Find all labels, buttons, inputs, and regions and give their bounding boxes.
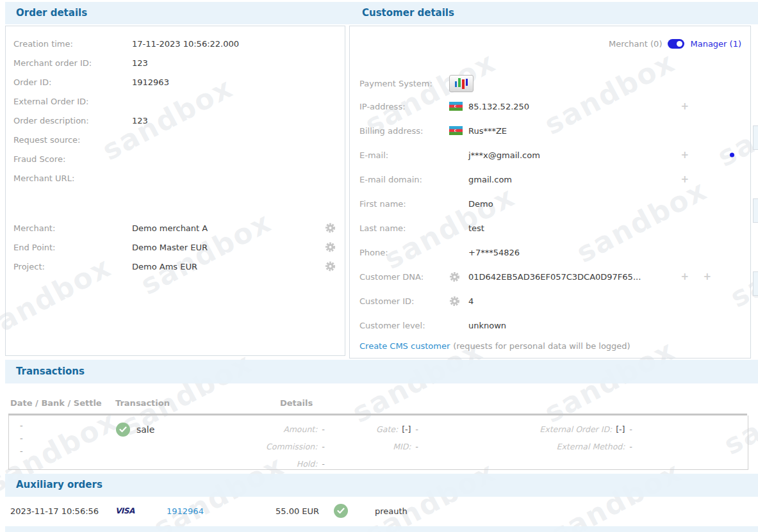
field-row-order-id: Order ID: 1912963 — [6, 72, 345, 92]
transactions-header-bar: Transactions — [5, 360, 758, 383]
gear-icon[interactable] — [449, 296, 460, 307]
external-order-id-label: External Order ID: — [540, 421, 612, 438]
field-row-merchant-order-id: Merchant order ID: 123 — [6, 53, 345, 72]
field-row-order-description: Order description: 123 — [6, 111, 345, 130]
top-section-header-bar: Order details Customer details — [5, 2, 758, 24]
field-row-customer-level: Customer level: unknown — [350, 313, 750, 337]
field-value: 17-11-2023 10:56:22.000 — [132, 39, 239, 49]
field-row-phone: Phone: +7***54826 — [350, 240, 750, 264]
field-row-merchant-url: Merchant URL: — [6, 168, 345, 188]
external-method-label: External Method: — [557, 438, 625, 455]
gear-icon[interactable] — [325, 261, 336, 272]
project-link[interactable]: Demo Ams EUR — [132, 262, 197, 271]
merchant-link[interactable]: Demo merchant A — [132, 223, 208, 233]
hold-label: Hold: — [297, 455, 318, 472]
transaction-row: - - - sale Amount:- Commission:- Hold:- … — [8, 415, 748, 470]
field-label: E-mail domain: — [359, 175, 449, 184]
field-value: unknown — [468, 321, 506, 330]
field-label: E-mail: — [359, 150, 449, 160]
customer-details-panel: Merchant (0) Manager (1) Payment System:… — [349, 26, 751, 359]
aux-order-status: preauth — [375, 506, 408, 516]
auxiliary-orders-header-bar: Auxiliary orders — [5, 474, 758, 497]
field-value: j***x@gmail.com — [468, 150, 540, 160]
create-cms-customer-link[interactable]: Create CMS customer — [359, 341, 450, 351]
plus-icon[interactable] — [680, 150, 689, 160]
gear-icon[interactable] — [449, 271, 460, 282]
auxiliary-orders-title: Auxiliary orders — [16, 479, 103, 490]
visa-card-icon: VISA — [115, 506, 135, 515]
field-label: First name: — [359, 199, 449, 209]
field-value: 123 — [132, 116, 148, 125]
field-label: Payment System: — [359, 79, 449, 88]
azerbaijan-flag-icon — [449, 126, 463, 135]
field-row-customer-id: Customer ID: 4 — [350, 289, 750, 313]
customer-details-title: Customer details — [362, 7, 454, 19]
azerbaijan-flag-icon — [449, 102, 463, 111]
field-value: 123 — [132, 58, 148, 68]
field-label: Request source: — [13, 135, 132, 145]
plus-icon[interactable] — [680, 102, 689, 111]
field-label: Creation time: — [13, 39, 132, 49]
aux-order-id-link[interactable]: 1912964 — [167, 506, 204, 516]
gate-label: Gate: — [376, 421, 398, 438]
field-label: Customer level: — [359, 321, 449, 330]
next-section-header-cutoff — [5, 526, 758, 532]
payment-system-icon[interactable] — [449, 75, 474, 92]
field-label: Merchant URL: — [13, 173, 132, 183]
cutoff-panel-sliver — [753, 125, 758, 150]
success-check-icon — [116, 423, 130, 437]
column-details: Details — [280, 398, 313, 408]
field-label: Merchant order ID: — [13, 58, 132, 68]
date-placeholder: - — [20, 419, 23, 432]
transaction-status: sale — [116, 423, 154, 437]
field-label: End Point: — [13, 243, 132, 252]
gear-icon[interactable] — [325, 223, 336, 234]
field-row-ip-address: IP-address: 85.132.52.250 — [350, 94, 750, 118]
gear-icon[interactable] — [325, 242, 336, 253]
hold-value: - — [321, 455, 324, 472]
toggle-option-manager[interactable]: Manager (1) — [690, 39, 741, 49]
field-label: Order description: — [13, 116, 132, 125]
field-row-customer-dna: Customer DNA: 01D642EB5AD36EF057C3DCA0D9… — [350, 264, 750, 289]
field-label: Customer ID: — [359, 296, 449, 306]
customer-id-link[interactable]: 4 — [468, 296, 474, 306]
plus-icon[interactable] — [680, 272, 689, 282]
success-check-icon — [334, 504, 348, 518]
field-row-external-order-id: External Order ID: — [6, 92, 345, 111]
plus-icon[interactable] — [703, 272, 711, 282]
field-label: IP-address: — [359, 102, 449, 111]
field-row-payment-system: Payment System: — [350, 74, 750, 93]
blue-dot-indicator — [730, 153, 734, 157]
transaction-date-bank-settle: - - - — [20, 419, 23, 458]
bank-placeholder: - — [20, 432, 23, 445]
ip-address-link[interactable]: 85.132.52.250 — [468, 102, 529, 111]
details-col-external: External Order ID:[-]- External Method:- — [451, 421, 632, 455]
field-row-fraud-score: Fraud Score: — [6, 149, 345, 168]
auxiliary-order-row: 2023-11-17 10:56:56 VISA 1912964 55.00 E… — [0, 498, 758, 524]
details-col-amounts: Amount:- Commission:- Hold:- — [201, 421, 324, 472]
order-details-panel: Creation time: 17-11-2023 10:56:22.000 M… — [5, 26, 345, 356]
gate-value: - — [415, 421, 418, 438]
toggle-option-merchant[interactable]: Merchant (0) — [609, 39, 663, 49]
endpoint-link[interactable]: Demo Master EUR — [132, 243, 208, 252]
field-label: Order ID: — [13, 77, 132, 87]
field-label: Phone: — [359, 248, 449, 257]
field-label: Billing address: — [359, 126, 449, 136]
cutoff-panel-sliver — [753, 198, 758, 223]
customer-dna-link[interactable]: 01D642EB5AD36EF057C3DCA0D97F65... — [468, 272, 641, 282]
field-value: gmail.com — [468, 175, 512, 184]
plus-icon[interactable] — [680, 175, 689, 184]
field-row-request-source: Request source: — [6, 130, 345, 149]
mid-value: - — [415, 438, 418, 455]
column-date-bank-settle: Date / Bank / Settle — [10, 398, 102, 408]
cutoff-panel-sliver — [753, 271, 758, 296]
transactions-title: Transactions — [16, 366, 85, 377]
external-method-value: - — [629, 438, 632, 455]
order-details-title: Order details — [16, 7, 87, 19]
settle-placeholder: - — [20, 445, 23, 458]
field-row-last-name: Last name: test — [350, 216, 750, 240]
external-order-id-bracket: [-] — [616, 421, 625, 438]
merchant-manager-toggle[interactable] — [668, 39, 684, 49]
field-label: Customer DNA: — [359, 272, 449, 282]
field-value: test — [468, 223, 484, 233]
